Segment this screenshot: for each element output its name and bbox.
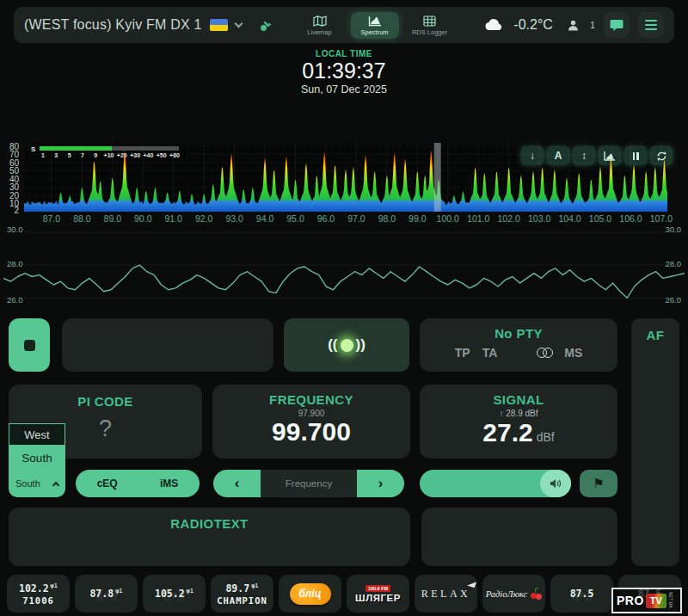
preset-button-9[interactable]: ((●))87.5: [550, 575, 613, 613]
antenna-icon: ψ1: [251, 582, 258, 589]
stepper-mode-label[interactable]: Frequency: [261, 470, 357, 497]
antenna-option-west[interactable]: West: [9, 423, 65, 446]
nav-spectrum[interactable]: Spectrum: [351, 12, 399, 39]
volume-slider[interactable]: [420, 470, 571, 497]
spectrum-x-tick: 92.0: [195, 213, 212, 224]
spectrum-x-tick: 102.0: [498, 213, 520, 224]
s-meter-label: S: [31, 145, 35, 153]
key-icon[interactable]: [259, 18, 273, 33]
auto-mode-button[interactable]: A: [547, 146, 569, 165]
s-meter: S 13579+10+20+30+40+50+60: [31, 145, 184, 165]
ceq-toggle[interactable]: cEQ: [97, 477, 118, 490]
eq-ims-toggle[interactable]: cEQ iMS: [76, 470, 200, 497]
radiotext-panel: RADIOTEXT: [9, 508, 410, 566]
weather-temperature: -0.2°C: [513, 17, 553, 33]
spectrum-x-tick: 101.0: [467, 213, 489, 224]
graph-style-button[interactable]: [599, 146, 621, 165]
signal-value: 27.2: [482, 418, 532, 447]
chat-button[interactable]: [604, 12, 630, 38]
hamburger-icon: [645, 20, 657, 30]
nav-rds-logger[interactable]: RDS Logger: [406, 12, 454, 39]
stop-button[interactable]: [9, 318, 50, 372]
broadcast-icon: ((: [328, 336, 337, 354]
menu-button[interactable]: [638, 12, 664, 38]
ukraine-flag-icon: [210, 19, 228, 31]
s-meter-tick: +10: [104, 152, 114, 158]
shlyager-name: ШЛЯГЕР: [355, 593, 401, 603]
ims-toggle[interactable]: iMS: [160, 477, 178, 490]
refresh-button[interactable]: [650, 146, 673, 165]
auto-mode-icon: A: [555, 150, 562, 162]
nav-livemap[interactable]: Livemap: [296, 12, 344, 39]
preset-button-8[interactable]: РадіоЛюкс: [482, 575, 545, 613]
pause-button[interactable]: [624, 146, 647, 165]
nav-rds-logger-label: RDS Logger: [412, 28, 447, 36]
s-meter-tick: 9: [94, 152, 97, 158]
preset-name: CHAMPION: [217, 595, 267, 606]
s-meter-tick: 5: [68, 152, 71, 158]
preset-button-7[interactable]: RELAX: [415, 575, 477, 613]
frequency-panel: FREQUENCY 97.900 99.700: [212, 385, 410, 459]
station-name-panel: [62, 318, 273, 372]
shlyager-fm-tag: 100.9 FM: [366, 585, 390, 592]
chat-bubble-icon: [610, 19, 624, 32]
preset-button-1[interactable]: 102.2ψ171006: [7, 575, 70, 613]
preset-frequency: 87.8ψ1: [89, 588, 122, 600]
antenna-option-south[interactable]: South: [9, 446, 65, 470]
preset-frequency: 87.5: [570, 588, 594, 600]
preset-button-3[interactable]: ((●))105.2ψ1: [143, 575, 206, 613]
preset-button-6[interactable]: 100.9 FMШЛЯГЕР: [347, 575, 409, 613]
pty-value: No PTY: [420, 326, 617, 341]
chevron-down-icon[interactable]: [234, 20, 243, 28]
scroll-down-button[interactable]: ↓: [521, 146, 544, 165]
cherries-icon: [530, 588, 542, 600]
server-title: (WEST focus) Kyiv FM DX 1: [24, 17, 202, 33]
preset-frequency: 102.2ψ1: [19, 582, 58, 594]
preset-button-5[interactable]: бліц: [279, 575, 341, 613]
flag-icon: ⚑: [593, 476, 604, 491]
autoscale-button[interactable]: ↕: [573, 146, 595, 165]
cherry-stem: [535, 587, 540, 593]
frequency-up-button[interactable]: ›: [357, 470, 404, 497]
spectrum-x-tick: 97.0: [347, 213, 365, 224]
tp-flag: TP: [455, 346, 470, 360]
antenna-dropdown-trigger[interactable]: South: [9, 470, 65, 497]
user-count: 1: [590, 20, 595, 30]
audio-stream-button[interactable]: (( )): [284, 318, 409, 372]
signal-history-chart: [3, 229, 685, 305]
report-flag-button[interactable]: ⚑: [580, 470, 617, 497]
pi-code-label: PI CODE: [9, 394, 202, 409]
radiolux-name: РадіоЛюкс: [486, 589, 527, 599]
shlyager-logo: 100.9 FMШЛЯГЕР: [355, 585, 401, 603]
local-time-block: LOCAL TIME 01:39:37 Sun, 07 Dec 2025: [0, 49, 688, 95]
spectrum-x-tick: 99.0: [408, 213, 426, 224]
s-meter-tick: +20: [117, 152, 127, 158]
local-time-label: LOCAL TIME: [0, 49, 688, 59]
signal-panel: SIGNAL ↑ 28.9 dBf 27.2dBf: [420, 385, 617, 459]
spectrum-x-tick: 106.0: [619, 213, 642, 224]
s-meter-bar: [40, 146, 179, 151]
spectrum-x-tick: 90.0: [134, 213, 151, 224]
spectrum-x-tick: 89.0: [104, 213, 121, 224]
cherry: [536, 594, 542, 600]
antenna-icon: ψ1: [51, 582, 58, 589]
s-meter-tick: 3: [54, 152, 58, 158]
frequency-label: FREQUENCY: [212, 392, 410, 407]
preset-button-4[interactable]: 89.7ψ1CHAMPION: [211, 575, 273, 613]
refresh-icon: [656, 151, 667, 162]
frequency-down-button[interactable]: ‹: [213, 470, 261, 497]
volume-knob[interactable]: [540, 470, 571, 497]
person-icon: [567, 19, 580, 32]
preset-frequency: 105.2ψ1: [155, 588, 194, 600]
scroll-down-icon: ↓: [530, 150, 535, 162]
preset-button-2[interactable]: ((●))87.8ψ1: [75, 575, 138, 613]
chevron-up-icon: [52, 481, 59, 488]
preset-name: 71006: [22, 595, 54, 606]
signal-label: SIGNAL: [420, 392, 617, 407]
spectrum-x-tick: 94.0: [256, 213, 273, 224]
local-time-value: 01:39:37: [0, 59, 688, 83]
watermark-side: NET.UA: [668, 592, 673, 608]
pty-panel: No PTY TP TA MS: [420, 318, 617, 372]
fmdx-app: (WEST focus) Kyiv FM DX 1 Livemap Spectr…: [0, 0, 688, 616]
radiotext-label: RADIOTEXT: [9, 516, 410, 531]
